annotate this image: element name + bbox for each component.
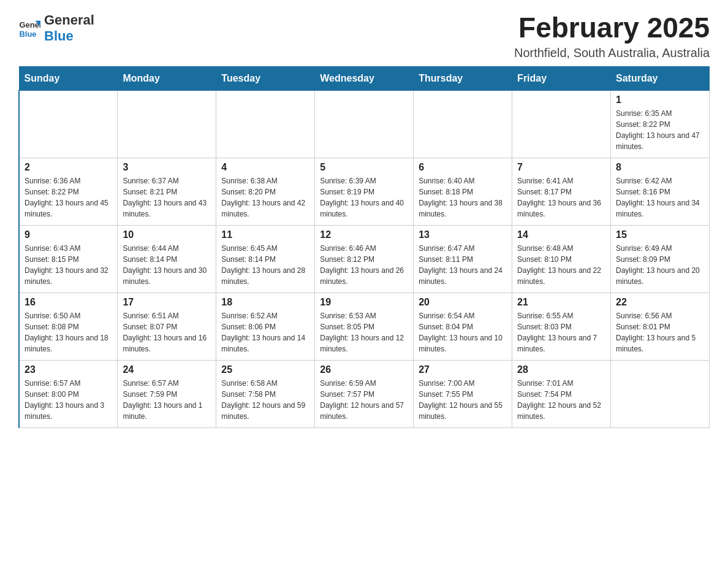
page-header: General Blue General Blue February 2025 … <box>18 12 710 60</box>
logo-general-text: General <box>44 12 94 28</box>
day-info: Sunrise: 6:51 AMSunset: 8:07 PMDaylight:… <box>123 310 211 354</box>
logo: General Blue General Blue <box>18 12 94 45</box>
header-friday: Friday <box>512 66 611 90</box>
day-number: 22 <box>616 297 704 308</box>
calendar-week-row: 16Sunrise: 6:50 AMSunset: 8:08 PMDayligh… <box>19 293 710 360</box>
day-number: 21 <box>517 297 605 308</box>
calendar-cell <box>216 90 315 158</box>
calendar-cell <box>512 90 611 158</box>
day-info: Sunrise: 6:57 AMSunset: 7:59 PMDaylight:… <box>123 378 211 422</box>
day-number: 16 <box>25 297 112 308</box>
calendar-cell <box>118 90 216 158</box>
calendar-table: SundayMondayTuesdayWednesdayThursdayFrid… <box>18 66 710 428</box>
calendar-cell: 24Sunrise: 6:57 AMSunset: 7:59 PMDayligh… <box>118 360 216 427</box>
calendar-cell: 2Sunrise: 6:36 AMSunset: 8:22 PMDaylight… <box>19 158 118 225</box>
calendar-cell <box>414 90 512 158</box>
day-info: Sunrise: 6:49 AMSunset: 8:09 PMDaylight:… <box>616 243 704 287</box>
day-info: Sunrise: 7:01 AMSunset: 7:54 PMDaylight:… <box>517 378 605 422</box>
day-number: 7 <box>517 162 605 173</box>
calendar-cell: 27Sunrise: 7:00 AMSunset: 7:55 PMDayligh… <box>414 360 512 427</box>
day-info: Sunrise: 6:38 AMSunset: 8:20 PMDaylight:… <box>221 175 309 220</box>
day-info: Sunrise: 6:54 AMSunset: 8:04 PMDaylight:… <box>419 310 507 354</box>
calendar-cell: 13Sunrise: 6:47 AMSunset: 8:11 PMDayligh… <box>414 225 512 293</box>
calendar-cell: 11Sunrise: 6:45 AMSunset: 8:14 PMDayligh… <box>216 225 315 293</box>
calendar-cell: 28Sunrise: 7:01 AMSunset: 7:54 PMDayligh… <box>512 360 611 427</box>
header-thursday: Thursday <box>414 66 512 90</box>
svg-text:Blue: Blue <box>19 29 36 39</box>
day-number: 8 <box>616 162 704 173</box>
calendar-cell: 16Sunrise: 6:50 AMSunset: 8:08 PMDayligh… <box>19 293 118 360</box>
day-number: 26 <box>320 364 408 375</box>
day-info: Sunrise: 6:36 AMSunset: 8:22 PMDaylight:… <box>25 175 112 220</box>
calendar-cell: 19Sunrise: 6:53 AMSunset: 8:05 PMDayligh… <box>315 293 414 360</box>
calendar-cell: 18Sunrise: 6:52 AMSunset: 8:06 PMDayligh… <box>216 293 315 360</box>
page-subtitle: Northfield, South Australia, Australia <box>514 46 710 60</box>
calendar-cell: 12Sunrise: 6:46 AMSunset: 8:12 PMDayligh… <box>315 225 414 293</box>
calendar-cell: 1Sunrise: 6:35 AMSunset: 8:22 PMDaylight… <box>611 90 710 158</box>
calendar-cell: 25Sunrise: 6:58 AMSunset: 7:58 PMDayligh… <box>216 360 315 427</box>
calendar-cell: 20Sunrise: 6:54 AMSunset: 8:04 PMDayligh… <box>414 293 512 360</box>
calendar-cell: 6Sunrise: 6:40 AMSunset: 8:18 PMDaylight… <box>414 158 512 225</box>
day-info: Sunrise: 6:40 AMSunset: 8:18 PMDaylight:… <box>419 175 507 220</box>
day-number: 10 <box>123 229 211 240</box>
calendar-week-row: 9Sunrise: 6:43 AMSunset: 8:15 PMDaylight… <box>19 225 710 293</box>
day-number: 27 <box>419 364 507 375</box>
day-info: Sunrise: 6:48 AMSunset: 8:10 PMDaylight:… <box>517 243 605 287</box>
day-number: 11 <box>221 229 309 240</box>
day-number: 1 <box>616 94 704 105</box>
header-sunday: Sunday <box>19 66 118 90</box>
day-number: 3 <box>123 162 211 173</box>
day-info: Sunrise: 6:50 AMSunset: 8:08 PMDaylight:… <box>25 310 112 354</box>
calendar-cell: 8Sunrise: 6:42 AMSunset: 8:16 PMDaylight… <box>611 158 710 225</box>
calendar-cell: 9Sunrise: 6:43 AMSunset: 8:15 PMDaylight… <box>19 225 118 293</box>
day-number: 18 <box>221 297 309 308</box>
day-info: Sunrise: 6:58 AMSunset: 7:58 PMDaylight:… <box>221 378 309 422</box>
day-info: Sunrise: 6:47 AMSunset: 8:11 PMDaylight:… <box>419 243 507 287</box>
calendar-cell: 21Sunrise: 6:55 AMSunset: 8:03 PMDayligh… <box>512 293 611 360</box>
day-number: 28 <box>517 364 605 375</box>
day-info: Sunrise: 6:56 AMSunset: 8:01 PMDaylight:… <box>616 310 704 354</box>
page-title: February 2025 <box>514 12 710 44</box>
calendar-week-row: 1Sunrise: 6:35 AMSunset: 8:22 PMDaylight… <box>19 90 710 158</box>
calendar-cell: 23Sunrise: 6:57 AMSunset: 8:00 PMDayligh… <box>19 360 118 427</box>
day-info: Sunrise: 6:57 AMSunset: 8:00 PMDaylight:… <box>25 378 112 422</box>
day-number: 6 <box>419 162 507 173</box>
calendar-cell <box>315 90 414 158</box>
day-info: Sunrise: 7:00 AMSunset: 7:55 PMDaylight:… <box>419 378 507 422</box>
day-number: 20 <box>419 297 507 308</box>
calendar-header-row: SundayMondayTuesdayWednesdayThursdayFrid… <box>19 66 710 90</box>
day-info: Sunrise: 6:44 AMSunset: 8:14 PMDaylight:… <box>123 243 211 287</box>
day-number: 2 <box>25 162 112 173</box>
calendar-week-row: 23Sunrise: 6:57 AMSunset: 8:00 PMDayligh… <box>19 360 710 427</box>
logo-icon: General Blue <box>18 17 40 39</box>
day-info: Sunrise: 6:45 AMSunset: 8:14 PMDaylight:… <box>221 243 309 287</box>
header-saturday: Saturday <box>611 66 710 90</box>
day-info: Sunrise: 6:55 AMSunset: 8:03 PMDaylight:… <box>517 310 605 354</box>
day-number: 19 <box>320 297 408 308</box>
calendar-cell: 17Sunrise: 6:51 AMSunset: 8:07 PMDayligh… <box>118 293 216 360</box>
day-number: 12 <box>320 229 408 240</box>
day-number: 23 <box>25 364 112 375</box>
logo-blue-text: Blue <box>44 28 94 44</box>
day-info: Sunrise: 6:42 AMSunset: 8:16 PMDaylight:… <box>616 175 704 220</box>
day-info: Sunrise: 6:39 AMSunset: 8:19 PMDaylight:… <box>320 175 408 220</box>
calendar-cell: 22Sunrise: 6:56 AMSunset: 8:01 PMDayligh… <box>611 293 710 360</box>
day-info: Sunrise: 6:43 AMSunset: 8:15 PMDaylight:… <box>25 243 112 287</box>
calendar-cell: 3Sunrise: 6:37 AMSunset: 8:21 PMDaylight… <box>118 158 216 225</box>
day-info: Sunrise: 6:53 AMSunset: 8:05 PMDaylight:… <box>320 310 408 354</box>
day-info: Sunrise: 6:46 AMSunset: 8:12 PMDaylight:… <box>320 243 408 287</box>
day-number: 13 <box>419 229 507 240</box>
day-info: Sunrise: 6:35 AMSunset: 8:22 PMDaylight:… <box>616 108 704 152</box>
header-monday: Monday <box>118 66 216 90</box>
header-tuesday: Tuesday <box>216 66 315 90</box>
calendar-cell <box>611 360 710 427</box>
day-info: Sunrise: 6:41 AMSunset: 8:17 PMDaylight:… <box>517 175 605 220</box>
calendar-cell: 4Sunrise: 6:38 AMSunset: 8:20 PMDaylight… <box>216 158 315 225</box>
calendar-cell: 26Sunrise: 6:59 AMSunset: 7:57 PMDayligh… <box>315 360 414 427</box>
calendar-cell <box>19 90 118 158</box>
calendar-cell: 5Sunrise: 6:39 AMSunset: 8:19 PMDaylight… <box>315 158 414 225</box>
day-number: 5 <box>320 162 408 173</box>
day-number: 15 <box>616 229 704 240</box>
day-number: 25 <box>221 364 309 375</box>
day-info: Sunrise: 6:37 AMSunset: 8:21 PMDaylight:… <box>123 175 211 220</box>
